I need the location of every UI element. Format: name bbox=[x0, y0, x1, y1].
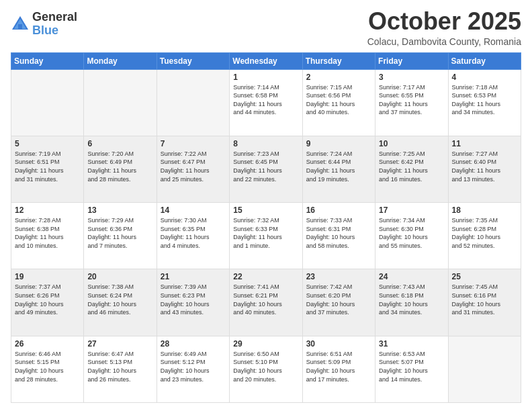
table-row: 30Sunrise: 6:51 AM Sunset: 5:09 PM Dayli… bbox=[302, 336, 375, 402]
day-number: 16 bbox=[306, 205, 371, 215]
day-info: Sunrise: 7:15 AM Sunset: 6:56 PM Dayligh… bbox=[306, 83, 371, 117]
table-row: 13Sunrise: 7:29 AM Sunset: 6:36 PM Dayli… bbox=[84, 203, 157, 269]
table-row: 12Sunrise: 7:28 AM Sunset: 6:38 PM Dayli… bbox=[11, 203, 84, 269]
day-info: Sunrise: 7:29 AM Sunset: 6:36 PM Dayligh… bbox=[87, 216, 152, 250]
calendar-week-row: 26Sunrise: 6:46 AM Sunset: 5:15 PM Dayli… bbox=[11, 336, 521, 402]
table-row bbox=[11, 69, 84, 136]
svg-rect-2 bbox=[18, 24, 22, 30]
logo-icon bbox=[11, 15, 30, 34]
table-row bbox=[448, 336, 521, 402]
table-row: 27Sunrise: 6:47 AM Sunset: 5:13 PM Dayli… bbox=[84, 336, 157, 402]
day-info: Sunrise: 7:30 AM Sunset: 6:35 PM Dayligh… bbox=[161, 216, 226, 250]
table-row bbox=[84, 69, 157, 136]
day-number: 11 bbox=[452, 139, 517, 148]
day-info: Sunrise: 7:41 AM Sunset: 6:21 PM Dayligh… bbox=[233, 283, 298, 316]
day-number: 9 bbox=[306, 139, 371, 148]
logo: General Blue bbox=[11, 11, 77, 38]
day-info: Sunrise: 7:33 AM Sunset: 6:31 PM Dayligh… bbox=[306, 216, 371, 250]
calendar-week-row: 12Sunrise: 7:28 AM Sunset: 6:38 PM Dayli… bbox=[11, 203, 521, 269]
day-number: 19 bbox=[15, 272, 80, 281]
table-row: 5Sunrise: 7:19 AM Sunset: 6:51 PM Daylig… bbox=[11, 136, 84, 202]
table-row: 3Sunrise: 7:17 AM Sunset: 6:55 PM Daylig… bbox=[375, 69, 448, 136]
day-number: 26 bbox=[15, 339, 80, 349]
table-row: 24Sunrise: 7:43 AM Sunset: 6:18 PM Dayli… bbox=[375, 269, 448, 336]
calendar-header-row: Sunday Monday Tuesday Wednesday Thursday… bbox=[11, 52, 521, 69]
table-row: 29Sunrise: 6:50 AM Sunset: 5:10 PM Dayli… bbox=[230, 336, 302, 402]
day-info: Sunrise: 7:34 AM Sunset: 6:30 PM Dayligh… bbox=[379, 216, 444, 250]
day-info: Sunrise: 7:17 AM Sunset: 6:55 PM Dayligh… bbox=[379, 83, 444, 117]
logo-blue-text: Blue bbox=[32, 24, 77, 38]
table-row: 19Sunrise: 7:37 AM Sunset: 6:26 PM Dayli… bbox=[11, 269, 84, 336]
col-thursday: Thursday bbox=[302, 52, 375, 69]
day-number: 2 bbox=[306, 73, 371, 82]
table-row: 18Sunrise: 7:35 AM Sunset: 6:28 PM Dayli… bbox=[448, 203, 521, 269]
col-monday: Monday bbox=[84, 52, 157, 69]
day-number: 25 bbox=[452, 272, 517, 281]
day-info: Sunrise: 7:28 AM Sunset: 6:38 PM Dayligh… bbox=[15, 216, 80, 250]
title-block: October 2025 Colacu, Dambovita County, R… bbox=[367, 8, 521, 47]
table-row: 1Sunrise: 7:14 AM Sunset: 6:58 PM Daylig… bbox=[230, 69, 302, 136]
day-info: Sunrise: 7:20 AM Sunset: 6:49 PM Dayligh… bbox=[87, 150, 152, 183]
table-row bbox=[157, 69, 229, 136]
day-info: Sunrise: 6:51 AM Sunset: 5:09 PM Dayligh… bbox=[306, 350, 371, 383]
day-info: Sunrise: 7:23 AM Sunset: 6:45 PM Dayligh… bbox=[233, 150, 298, 183]
col-friday: Friday bbox=[375, 52, 448, 69]
day-info: Sunrise: 6:53 AM Sunset: 5:07 PM Dayligh… bbox=[379, 350, 444, 383]
day-number: 27 bbox=[87, 339, 152, 349]
day-info: Sunrise: 6:46 AM Sunset: 5:15 PM Dayligh… bbox=[15, 350, 80, 383]
table-row: 16Sunrise: 7:33 AM Sunset: 6:31 PM Dayli… bbox=[302, 203, 375, 269]
day-number: 3 bbox=[379, 73, 444, 82]
day-number: 20 bbox=[87, 272, 152, 281]
header: General Blue October 2025 Colacu, Dambov… bbox=[11, 8, 521, 47]
day-number: 13 bbox=[87, 205, 152, 215]
day-info: Sunrise: 6:47 AM Sunset: 5:13 PM Dayligh… bbox=[87, 350, 152, 383]
logo-general-text: General bbox=[32, 11, 77, 24]
col-saturday: Saturday bbox=[448, 52, 521, 69]
day-number: 1 bbox=[233, 73, 298, 82]
col-wednesday: Wednesday bbox=[230, 52, 302, 69]
day-info: Sunrise: 7:32 AM Sunset: 6:33 PM Dayligh… bbox=[233, 216, 298, 250]
table-row: 7Sunrise: 7:22 AM Sunset: 6:47 PM Daylig… bbox=[157, 136, 229, 202]
day-number: 7 bbox=[161, 139, 226, 148]
calendar-week-row: 1Sunrise: 7:14 AM Sunset: 6:58 PM Daylig… bbox=[11, 69, 521, 136]
day-info: Sunrise: 6:50 AM Sunset: 5:10 PM Dayligh… bbox=[233, 350, 298, 383]
table-row: 31Sunrise: 6:53 AM Sunset: 5:07 PM Dayli… bbox=[375, 336, 448, 402]
day-number: 8 bbox=[233, 139, 298, 148]
day-number: 18 bbox=[452, 205, 517, 215]
table-row: 23Sunrise: 7:42 AM Sunset: 6:20 PM Dayli… bbox=[302, 269, 375, 336]
day-number: 6 bbox=[87, 139, 152, 148]
day-number: 12 bbox=[15, 205, 80, 215]
table-row: 6Sunrise: 7:20 AM Sunset: 6:49 PM Daylig… bbox=[84, 136, 157, 202]
day-number: 22 bbox=[233, 272, 298, 281]
day-number: 23 bbox=[306, 272, 371, 281]
day-number: 4 bbox=[452, 73, 517, 82]
day-info: Sunrise: 7:37 AM Sunset: 6:26 PM Dayligh… bbox=[15, 283, 80, 316]
day-info: Sunrise: 7:25 AM Sunset: 6:42 PM Dayligh… bbox=[379, 150, 444, 183]
day-number: 28 bbox=[161, 339, 226, 349]
col-sunday: Sunday bbox=[11, 52, 84, 69]
logo-text: General Blue bbox=[32, 11, 77, 38]
table-row: 22Sunrise: 7:41 AM Sunset: 6:21 PM Dayli… bbox=[230, 269, 302, 336]
day-info: Sunrise: 7:35 AM Sunset: 6:28 PM Dayligh… bbox=[452, 216, 517, 250]
day-info: Sunrise: 7:39 AM Sunset: 6:23 PM Dayligh… bbox=[161, 283, 226, 316]
day-info: Sunrise: 7:22 AM Sunset: 6:47 PM Dayligh… bbox=[161, 150, 226, 183]
table-row: 15Sunrise: 7:32 AM Sunset: 6:33 PM Dayli… bbox=[230, 203, 302, 269]
page: General Blue October 2025 Colacu, Dambov… bbox=[0, 0, 532, 411]
day-number: 15 bbox=[233, 205, 298, 215]
table-row: 28Sunrise: 6:49 AM Sunset: 5:12 PM Dayli… bbox=[157, 336, 229, 402]
day-number: 24 bbox=[379, 272, 444, 281]
table-row: 20Sunrise: 7:38 AM Sunset: 6:24 PM Dayli… bbox=[84, 269, 157, 336]
day-info: Sunrise: 7:19 AM Sunset: 6:51 PM Dayligh… bbox=[15, 150, 80, 183]
day-number: 30 bbox=[306, 339, 371, 349]
day-info: Sunrise: 7:45 AM Sunset: 6:16 PM Dayligh… bbox=[452, 283, 517, 316]
table-row: 11Sunrise: 7:27 AM Sunset: 6:40 PM Dayli… bbox=[448, 136, 521, 202]
month-title: October 2025 bbox=[367, 8, 521, 35]
calendar-week-row: 5Sunrise: 7:19 AM Sunset: 6:51 PM Daylig… bbox=[11, 136, 521, 202]
day-info: Sunrise: 7:24 AM Sunset: 6:44 PM Dayligh… bbox=[306, 150, 371, 183]
table-row: 25Sunrise: 7:45 AM Sunset: 6:16 PM Dayli… bbox=[448, 269, 521, 336]
day-number: 10 bbox=[379, 139, 444, 148]
table-row: 8Sunrise: 7:23 AM Sunset: 6:45 PM Daylig… bbox=[230, 136, 302, 202]
day-info: Sunrise: 7:42 AM Sunset: 6:20 PM Dayligh… bbox=[306, 283, 371, 316]
day-number: 14 bbox=[161, 205, 226, 215]
table-row: 26Sunrise: 6:46 AM Sunset: 5:15 PM Dayli… bbox=[11, 336, 84, 402]
